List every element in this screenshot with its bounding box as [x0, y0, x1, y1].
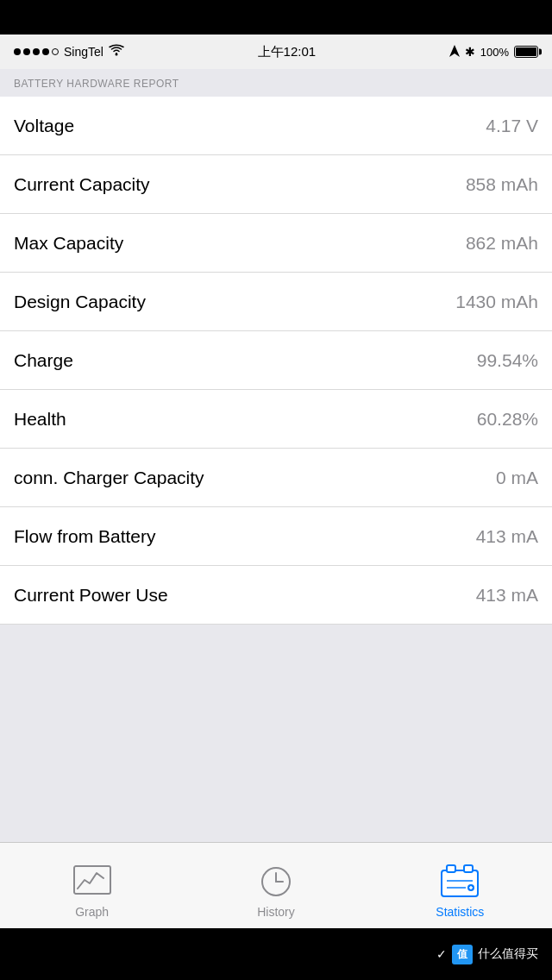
status-right: ✱ 100% [449, 45, 538, 60]
watermark: ✓ 值 什么值得买 [436, 945, 538, 964]
location-icon [449, 45, 460, 60]
signal-dots [14, 48, 59, 55]
wifi-icon [109, 44, 124, 60]
dot-2 [23, 48, 30, 55]
row-label-0: Voltage [14, 116, 74, 136]
history-icon [256, 862, 296, 901]
tab-label-history: History [257, 905, 295, 919]
top-black-bar [0, 0, 552, 35]
row-value-4: 99.54% [477, 350, 538, 371]
status-bar: SingTel 上午12:01 ✱ 100% [0, 35, 552, 69]
row-value-5: 60.28% [477, 409, 538, 430]
row-value-2: 862 mAh [466, 233, 538, 254]
table-row: Current Power Use413 mA [0, 566, 552, 625]
watermark-icon: ✓ [436, 947, 447, 961]
table-row: Design Capacity1430 mAh [0, 273, 552, 331]
watermark-text: 什么值得买 [478, 946, 538, 962]
tab-bar: Graph History Statistics [0, 842, 552, 928]
tab-history[interactable]: History [207, 853, 345, 919]
row-label-8: Current Power Use [14, 585, 168, 606]
status-left: SingTel [14, 44, 124, 60]
section-header-title: BATTERY HARDWARE REPORT [14, 78, 179, 90]
table-row: Current Capacity858 mAh [0, 155, 552, 214]
svg-rect-8 [464, 865, 473, 872]
carrier-name: SingTel [64, 45, 104, 59]
table-row: Health60.28% [0, 390, 552, 449]
tab-label-statistics: Statistics [436, 905, 484, 919]
row-label-4: Charge [14, 350, 73, 371]
battery-percent: 100% [480, 46, 509, 59]
table-row: Voltage4.17 V [0, 97, 552, 155]
dot-4 [42, 48, 49, 55]
row-value-7: 413 mA [476, 526, 538, 547]
svg-marker-1 [449, 45, 460, 57]
row-value-6: 0 mA [496, 468, 538, 488]
dot-3 [33, 48, 40, 55]
battery-icon [514, 46, 538, 58]
row-label-7: Flow from Battery [14, 526, 156, 547]
status-time: 上午12:01 [258, 44, 317, 60]
tab-graph[interactable]: Graph [23, 853, 161, 919]
table-row: Charge99.54% [0, 331, 552, 390]
row-label-6: conn. Charger Capacity [14, 468, 204, 488]
svg-point-0 [115, 53, 117, 56]
section-header: BATTERY HARDWARE REPORT [0, 69, 552, 97]
tab-label-graph: Graph [75, 905, 109, 919]
table-row: Flow from Battery413 mA [0, 507, 552, 566]
row-value-8: 413 mA [476, 585, 538, 606]
graph-icon [72, 862, 112, 901]
content-area: BATTERY HARDWARE REPORT Voltage4.17 VCur… [0, 69, 552, 842]
svg-rect-7 [447, 865, 455, 872]
row-label-3: Design Capacity [14, 292, 146, 312]
table-row: Max Capacity862 mAh [0, 214, 552, 273]
row-value-3: 1430 mAh [455, 292, 538, 312]
row-label-1: Current Capacity [14, 174, 150, 195]
dot-5 [52, 48, 59, 55]
svg-rect-6 [442, 870, 478, 896]
watermark-logo: 值 [452, 945, 473, 964]
dot-1 [14, 48, 21, 55]
row-value-0: 4.17 V [486, 116, 538, 136]
battery-fill [516, 47, 536, 56]
table-view: Voltage4.17 VCurrent Capacity858 mAhMax … [0, 97, 552, 625]
bottom-black-bar: ✓ 值 什么值得买 [0, 928, 552, 980]
row-label-5: Health [14, 409, 66, 430]
bluetooth-icon: ✱ [465, 45, 475, 59]
statistics-icon [440, 862, 480, 901]
row-label-2: Max Capacity [14, 233, 123, 254]
row-value-1: 858 mAh [466, 174, 538, 195]
table-row: conn. Charger Capacity0 mA [0, 449, 552, 507]
tab-statistics[interactable]: Statistics [391, 853, 529, 919]
